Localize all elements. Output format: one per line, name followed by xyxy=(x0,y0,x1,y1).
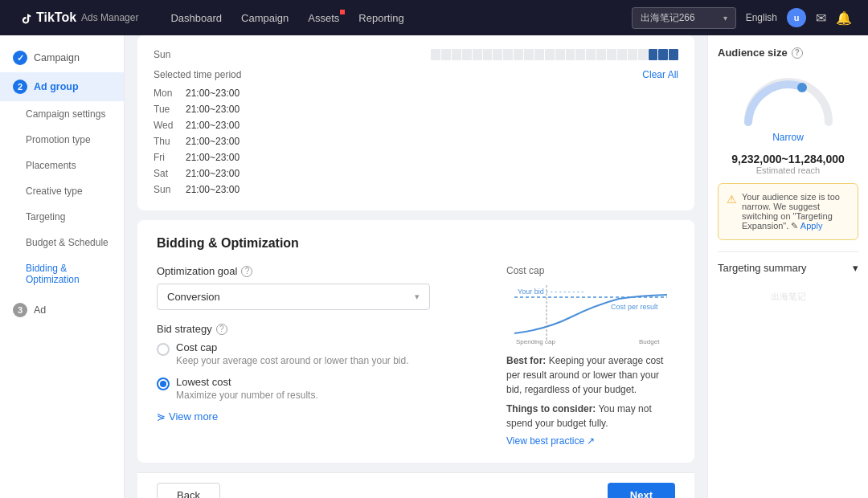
things-consider-desc: Things to consider: You may not spend yo… xyxy=(506,402,675,431)
selected-period-label: Selected time period xyxy=(154,69,241,80)
cost-cap-text: Cost cap Keep your average cost around o… xyxy=(176,341,409,366)
day-row-thu: Thu 21:00~23:00 xyxy=(154,133,678,149)
day-row-tue: Tue 21:00~23:00 xyxy=(154,101,678,117)
svg-text:Your bid - - - - - - - - -: Your bid - - - - - - - - - xyxy=(518,288,583,296)
cost-cap-option[interactable]: Cost cap Keep your average cost around o… xyxy=(157,341,490,366)
day-row-fri: Fri 21:00~23:00 xyxy=(154,149,678,165)
ad-label: Ad xyxy=(34,304,46,316)
account-search[interactable]: 出海笔记266 ▾ xyxy=(632,7,736,29)
sidebar-item-ad[interactable]: 3 Ad xyxy=(0,296,124,325)
sidebar-item-campaign[interactable]: ✓ Campaign xyxy=(0,43,124,72)
svg-text:Budget: Budget xyxy=(639,338,660,345)
cost-chart-svg: Your bid - - - - - - - - - Cost per resu… xyxy=(506,281,675,345)
bid-strategy-label: Bid strategy ? xyxy=(157,323,490,335)
svg-point-7 xyxy=(797,83,807,92)
selected-time-header: Selected time period Clear All xyxy=(154,69,678,80)
nav-right: 出海笔记266 ▾ English u ✉ 🔔 xyxy=(632,7,852,29)
notifications-icon[interactable]: 🔔 xyxy=(836,10,852,26)
bidding-left: Optimization goal ? Conversion ▾ Bid xyxy=(157,265,490,422)
sidebar-item-creative-type[interactable]: Creative type xyxy=(0,178,124,204)
top-nav: TikTok Ads Manager Dashboard Campaign As… xyxy=(0,0,868,35)
best-for-desc: Best for: Keeping your average cost per … xyxy=(506,353,675,397)
targeting-summary-toggle[interactable]: Targeting summary ▾ xyxy=(718,262,858,274)
select-arrow-icon: ▾ xyxy=(415,292,420,302)
clear-all-button[interactable]: Clear All xyxy=(642,69,678,80)
optimization-goal-label: Optimization goal ? xyxy=(157,265,490,277)
lowest-cost-radio[interactable] xyxy=(157,378,170,390)
collapse-icon: ▾ xyxy=(853,262,858,274)
next-button[interactable]: Next xyxy=(608,483,675,498)
main-content: Sun // generate time slots inline — done… xyxy=(125,35,707,498)
bidding-title: Bidding & Optimization xyxy=(157,236,675,251)
bid-strategy-info-icon[interactable]: ? xyxy=(216,324,227,335)
view-more-button[interactable]: ⋟ View more xyxy=(157,410,490,422)
reach-sub-label: Estimated reach xyxy=(718,165,858,175)
external-link-icon: ↗ xyxy=(587,435,595,447)
warning-icon: ⚠ xyxy=(727,193,737,231)
optimization-goal-select[interactable]: Conversion ▾ xyxy=(157,284,430,310)
sidebar-item-ad-group[interactable]: 2 Ad group xyxy=(0,72,124,101)
optimization-goal-info-icon[interactable]: ? xyxy=(241,266,252,277)
brand-logo: TikTok Ads Manager xyxy=(16,9,138,27)
lowest-cost-text: Lowest cost Maximize your number of resu… xyxy=(176,376,318,401)
day-row-mon: Mon 21:00~23:00 xyxy=(154,85,678,101)
view-best-practice-link[interactable]: View best practice ↗ xyxy=(506,435,675,447)
gauge-container: Narrow xyxy=(718,70,858,143)
sidebar-item-targeting[interactable]: Targeting xyxy=(0,204,124,230)
radio-fill xyxy=(160,381,166,387)
bottom-bar: Back Next xyxy=(137,472,694,498)
tiktok-logo: TikTok xyxy=(16,9,76,27)
nav-campaign[interactable]: Campaign xyxy=(241,12,289,24)
targeting-summary-section: Targeting summary ▾ xyxy=(718,251,858,274)
svg-text:Cost per result: Cost per result xyxy=(611,303,658,311)
app-layout: ✓ Campaign 2 Ad group Campaign settings … xyxy=(0,35,868,498)
right-panel: Audience size ? Narrow 9,232,000~11,284,… xyxy=(707,35,868,498)
schedule-section: Sun // generate time slots inline — done… xyxy=(137,35,694,210)
nav-assets[interactable]: Assets xyxy=(308,12,339,24)
gauge-svg xyxy=(736,70,841,130)
nav-reporting[interactable]: Reporting xyxy=(358,12,403,24)
cost-panel: Cost cap Your bid - - - xyxy=(506,265,675,447)
lowest-cost-option[interactable]: Lowest cost Maximize your number of resu… xyxy=(157,376,490,401)
bidding-two-col: Optimization goal ? Conversion ▾ Bid xyxy=(157,265,675,447)
day-time-list: Mon 21:00~23:00 Tue 21:00~23:00 Wed 21:0… xyxy=(154,85,678,198)
sidebar-item-promotion-type[interactable]: Promotion type xyxy=(0,127,124,153)
bid-strategy-field: Bid strategy ? Cost cap Keep you xyxy=(157,323,490,422)
reach-number: 9,232,000~11,284,000 xyxy=(718,153,858,165)
ad-step-num: 3 xyxy=(13,303,27,317)
sidebar: ✓ Campaign 2 Ad group Campaign settings … xyxy=(0,35,125,498)
optimization-goal-field: Optimization goal ? Conversion ▾ xyxy=(157,265,490,310)
nav-dashboard[interactable]: Dashboard xyxy=(170,12,222,24)
sidebar-item-campaign-settings[interactable]: Campaign settings xyxy=(0,101,124,127)
sidebar-item-budget-schedule[interactable]: Budget & Schedule xyxy=(0,230,124,255)
cost-cap-radio[interactable] xyxy=(157,343,170,356)
bidding-section: Bidding & Optimization Optimization goal… xyxy=(137,220,694,463)
campaign-label: Campaign xyxy=(34,52,80,63)
language-selector[interactable]: English xyxy=(746,12,777,23)
day-row-sat: Sat 21:00~23:00 xyxy=(154,165,678,182)
ad-group-step-num: 2 xyxy=(13,80,27,94)
dropdown-icon: ▾ xyxy=(723,14,727,22)
sidebar-item-bidding-optimization[interactable]: Bidding & Optimization xyxy=(0,255,124,292)
day-row-wed: Wed 21:00~23:00 xyxy=(154,117,678,133)
cost-chart-area: Your bid - - - - - - - - - Cost per resu… xyxy=(506,281,667,345)
day-row-sun: Sun 21:00~23:00 xyxy=(154,182,678,198)
warning-text: Your audience size is too narrow. We sug… xyxy=(742,192,850,231)
svg-text:Spending cap: Spending cap xyxy=(516,338,555,345)
sun-label: Sun xyxy=(154,49,170,60)
campaign-step-num: ✓ xyxy=(13,51,27,65)
edit-icon: ✎ xyxy=(791,221,800,231)
audience-warning-box: ⚠ Your audience size is too narrow. We s… xyxy=(718,183,858,240)
avatar[interactable]: u xyxy=(787,8,806,27)
sidebar-item-placements[interactable]: Placements xyxy=(0,153,124,178)
watermark: 出海笔记 xyxy=(718,290,858,303)
messages-icon[interactable]: ✉ xyxy=(816,10,826,26)
ad-group-label: Ad group xyxy=(34,81,79,92)
cost-cap-chart-title: Cost cap xyxy=(506,265,675,276)
audience-info-icon[interactable]: ? xyxy=(792,47,803,59)
apply-link[interactable]: Apply xyxy=(800,221,823,231)
audience-title: Audience size ? xyxy=(718,47,858,59)
chevron-right-icon: ⋟ xyxy=(157,410,166,422)
nav-links: Dashboard Campaign Assets Reporting xyxy=(170,12,403,24)
back-button[interactable]: Back xyxy=(157,483,220,498)
